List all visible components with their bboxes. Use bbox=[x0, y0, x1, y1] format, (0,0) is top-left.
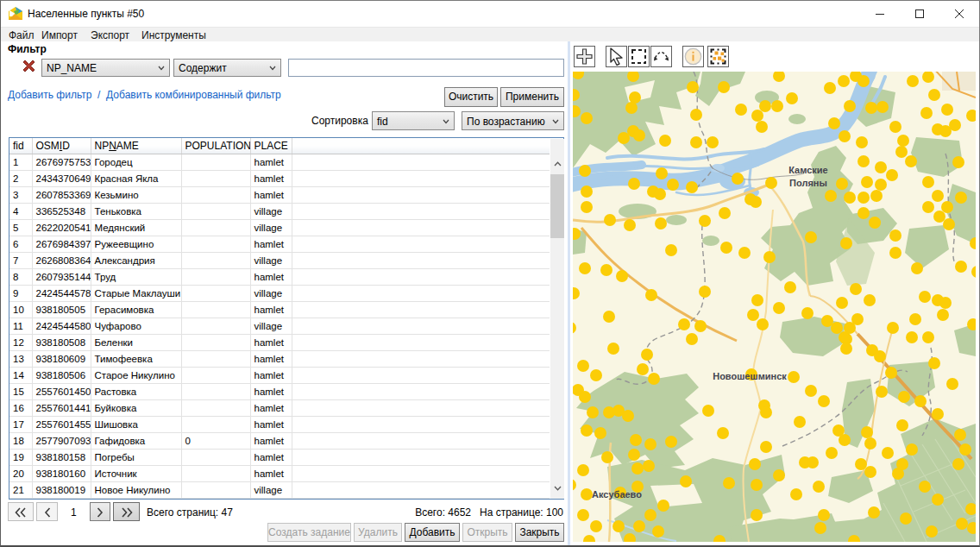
svg-text:Аксубаево: Аксубаево bbox=[592, 489, 642, 500]
svg-text:Поляны: Поляны bbox=[789, 178, 827, 188]
svg-text:Камские: Камские bbox=[788, 165, 827, 175]
svg-text:Новошешминск: Новошешминск bbox=[713, 371, 787, 381]
